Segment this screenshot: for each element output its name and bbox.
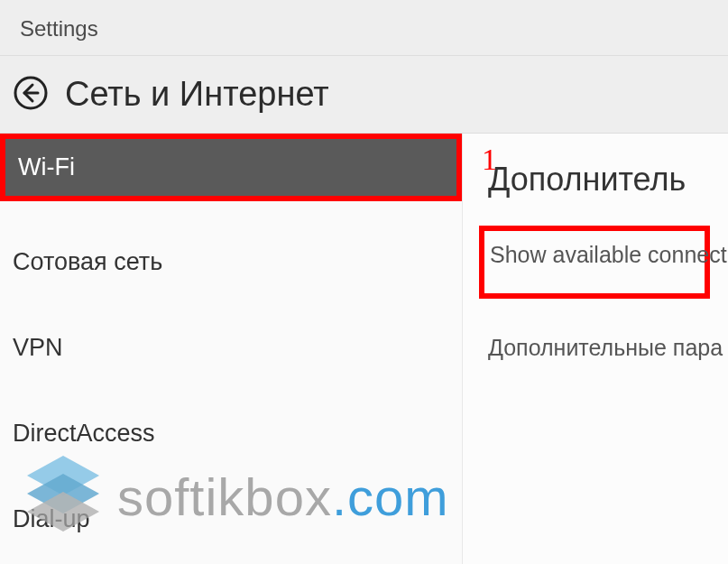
sidebar-item-wifi[interactable]: Wi-Fi — [0, 134, 462, 201]
window-title: Settings — [20, 16, 98, 41]
link-label: Show available connect — [490, 242, 727, 267]
sidebar-item-label: Сотовая сеть — [13, 248, 162, 276]
sidebar-item-label: VPN — [13, 334, 63, 362]
window-titlebar: Settings — [0, 0, 728, 56]
sidebar-item-cellular[interactable]: Сотовая сеть — [0, 219, 462, 305]
page-title: Сеть и Интернет — [65, 75, 329, 114]
watermark-logo-icon — [18, 456, 108, 537]
sidebar-item-vpn[interactable]: VPN — [0, 305, 462, 391]
annotation-number-1: 1 — [482, 143, 497, 177]
back-button[interactable] — [9, 73, 52, 116]
back-arrow-icon — [13, 75, 49, 115]
sidebar-item-label: Wi-Fi — [18, 153, 75, 181]
watermark: softikbox.com — [18, 456, 449, 537]
link-advanced-options[interactable]: Дополнительные пара — [488, 326, 710, 370]
watermark-part1: softikbox — [117, 467, 332, 526]
content-pane: Дополнитель Show available connect Допол… — [463, 134, 728, 564]
watermark-part2: .com — [332, 467, 449, 526]
link-show-available-connections[interactable]: Show available connect — [479, 226, 710, 299]
sidebar-item-label: DirectAccess — [13, 420, 155, 448]
page-header: Сеть и Интернет — [0, 56, 728, 134]
watermark-text: softikbox.com — [117, 467, 449, 527]
link-label: Дополнительные пара — [488, 335, 723, 360]
content-heading: Дополнитель — [488, 161, 710, 199]
